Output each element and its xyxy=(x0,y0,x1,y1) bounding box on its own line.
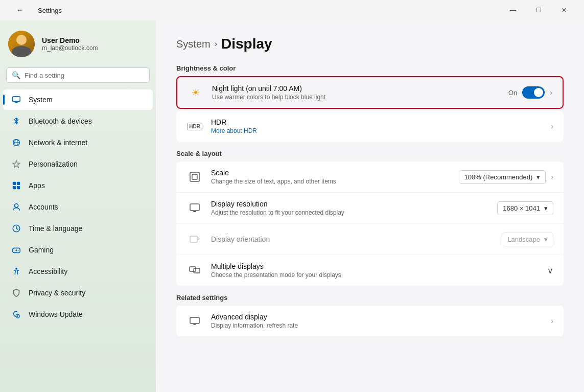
night-light-card: ☀ Night light (on until 7:00 AM) Use war… xyxy=(176,76,564,109)
svg-rect-26 xyxy=(190,317,199,324)
resolution-value: 1680 × 1041 xyxy=(503,204,540,212)
orientation-dropdown-arrow: ▾ xyxy=(544,236,548,243)
night-light-on-text: On xyxy=(508,89,517,97)
advanced-display-chevron: › xyxy=(551,317,553,325)
nav-personalization[interactable]: Personalization xyxy=(3,154,153,174)
night-light-item[interactable]: ☀ Night light (on until 7:00 AM) Use war… xyxy=(177,77,563,108)
svg-point-14 xyxy=(18,250,19,251)
bluetooth-icon xyxy=(11,116,21,126)
hdr-link[interactable]: More about HDR xyxy=(211,127,257,134)
orientation-dropdown: Landscape ▾ xyxy=(502,233,553,246)
minimize-button[interactable]: — xyxy=(501,2,525,18)
section-title-scale: Scale & layout xyxy=(176,150,564,157)
nav-system[interactable]: System xyxy=(3,89,153,110)
svg-rect-19 xyxy=(190,172,199,181)
nav-accounts[interactable]: Accounts xyxy=(3,197,153,217)
close-icon: ✕ xyxy=(562,7,567,14)
multiple-displays-right: ∨ xyxy=(547,266,553,275)
app-body: User Demo m_lab@outlook.com 🔍 System Blu… xyxy=(0,20,584,392)
hdr-sublabel: More about HDR xyxy=(211,127,543,134)
apps-icon xyxy=(11,180,21,191)
advanced-display-text: Advanced display Display information, re… xyxy=(211,313,543,329)
section-title-related: Related settings xyxy=(176,294,564,302)
sidebar-item-label: Accounts xyxy=(29,203,58,211)
advanced-display-label: Advanced display xyxy=(211,313,543,321)
hdr-item[interactable]: HDR HDR More about HDR › xyxy=(176,111,564,142)
night-light-toggle[interactable] xyxy=(522,86,545,99)
title-bar-left: ← Settings xyxy=(8,2,62,18)
user-info: User Demo m_lab@outlook.com xyxy=(42,36,98,52)
scale-right: 100% (Recommended) ▾ › xyxy=(459,170,553,184)
nav-network[interactable]: Network & internet xyxy=(3,132,153,153)
multiple-displays-text: Multiple displays Choose the presentatio… xyxy=(211,262,539,279)
svg-rect-20 xyxy=(192,174,197,179)
nav-privacy[interactable]: Privacy & security xyxy=(3,283,153,303)
user-name: User Demo xyxy=(42,36,98,44)
nav-bluetooth[interactable]: Bluetooth & devices xyxy=(3,111,153,131)
search-input[interactable] xyxy=(25,72,144,79)
display-resolution-text: Display resolution Adjust the resolution… xyxy=(211,200,489,216)
night-light-text: Night light (on until 7:00 AM) Use warme… xyxy=(212,84,500,101)
scale-sublabel: Change the size of text, apps, and other… xyxy=(211,178,451,185)
nav-apps[interactable]: Apps xyxy=(3,175,153,196)
svg-rect-8 xyxy=(17,186,20,189)
hdr-text: HDR More about HDR xyxy=(211,118,543,134)
display-resolution-item[interactable]: Display resolution Adjust the resolution… xyxy=(176,193,564,224)
display-orientation-icon xyxy=(186,231,203,247)
scale-dropdown[interactable]: 100% (Recommended) ▾ xyxy=(459,170,546,184)
section-title-brightness: Brightness & color xyxy=(176,64,564,72)
accessibility-icon xyxy=(11,266,21,276)
scale-icon xyxy=(186,169,203,185)
sidebar-item-label: Network & internet xyxy=(29,139,87,147)
breadcrumb-parent: System xyxy=(176,38,211,50)
display-orientation-text: Display orientation xyxy=(211,235,494,243)
night-light-right: On › xyxy=(508,86,552,99)
advanced-display-sublabel: Display information, refresh rate xyxy=(211,322,543,329)
app-title: Settings xyxy=(38,7,62,14)
user-profile[interactable]: User Demo m_lab@outlook.com xyxy=(0,20,156,65)
accounts-icon xyxy=(11,202,21,212)
minimize-icon: — xyxy=(510,7,516,14)
close-button[interactable]: ✕ xyxy=(552,2,576,18)
svg-rect-0 xyxy=(13,97,20,102)
avatar xyxy=(8,31,35,57)
main-content: System › Display Brightness & color ☀ Ni… xyxy=(156,20,584,392)
sidebar-item-label: Apps xyxy=(29,181,45,190)
nav-time[interactable]: Time & language xyxy=(3,218,153,239)
page-header: System › Display xyxy=(176,36,564,52)
night-light-icon: ☀ xyxy=(188,84,204,101)
svg-point-9 xyxy=(14,204,18,207)
sidebar-item-label: Privacy & security xyxy=(29,289,85,297)
scale-label: Scale xyxy=(211,169,451,177)
advanced-display-icon xyxy=(186,313,203,329)
nav-accessibility[interactable]: Accessibility xyxy=(3,261,153,282)
sidebar-item-label: Personalization xyxy=(29,160,78,168)
svg-rect-24 xyxy=(190,267,196,271)
multiple-displays-label: Multiple displays xyxy=(211,262,539,270)
scale-chevron: › xyxy=(551,173,553,181)
display-resolution-right: 1680 × 1041 ▾ xyxy=(497,201,553,215)
advanced-display-item[interactable]: Advanced display Display information, re… xyxy=(176,306,564,336)
display-orientation-item: Display orientation Landscape ▾ xyxy=(176,224,564,255)
sidebar-item-label: Bluetooth & devices xyxy=(29,117,92,125)
sidebar-item-label: System xyxy=(29,96,53,104)
search-box[interactable]: 🔍 xyxy=(6,67,150,83)
svg-rect-22 xyxy=(193,211,196,212)
time-icon xyxy=(11,223,21,234)
scale-dropdown-arrow: ▾ xyxy=(536,173,540,181)
multiple-displays-item[interactable]: Multiple displays Choose the presentatio… xyxy=(176,255,564,286)
scale-value: 100% (Recommended) xyxy=(464,173,533,181)
svg-rect-1 xyxy=(15,102,17,103)
svg-point-18 xyxy=(17,317,18,317)
maximize-icon: ☐ xyxy=(536,7,542,14)
scale-item[interactable]: Scale Change the size of text, apps, and… xyxy=(176,162,564,193)
maximize-button[interactable]: ☐ xyxy=(527,2,550,18)
svg-rect-25 xyxy=(194,268,200,273)
nav-update[interactable]: Windows Update xyxy=(3,304,153,325)
nav-gaming[interactable]: Gaming xyxy=(3,240,153,260)
hdr-right: › xyxy=(551,122,553,130)
back-button[interactable]: ← xyxy=(8,2,32,18)
svg-rect-6 xyxy=(17,182,20,185)
resolution-dropdown[interactable]: 1680 × 1041 ▾ xyxy=(497,201,553,215)
display-resolution-sublabel: Adjust the resolution to fit your connec… xyxy=(211,209,489,216)
